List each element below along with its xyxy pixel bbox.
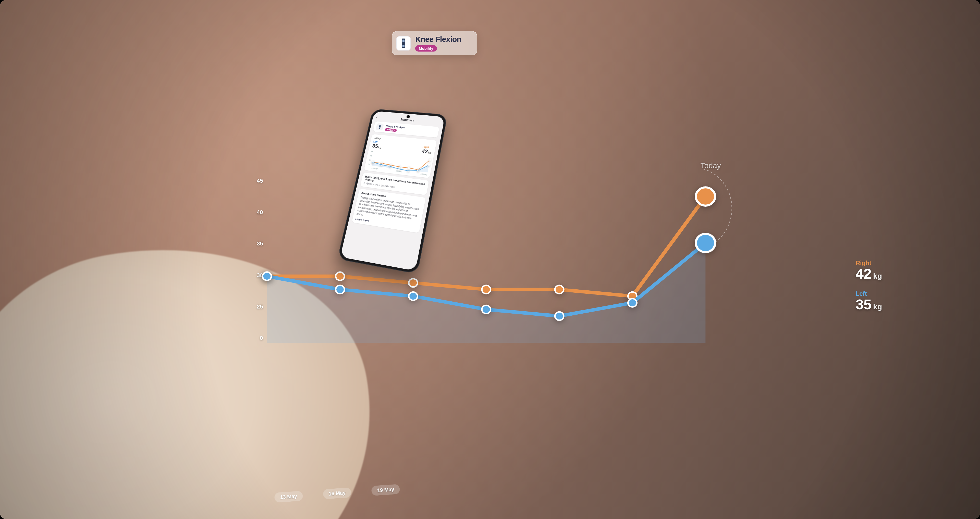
mini-x-date: 19 May xyxy=(420,173,427,176)
today-block: Today Left 35kg Right 42kg 45 xyxy=(364,134,437,178)
svg-point-32 xyxy=(417,170,419,171)
mini-y-tick: 40 xyxy=(370,154,372,157)
today-left-unit: kg xyxy=(378,146,382,149)
today-left: Left 35kg xyxy=(372,140,383,150)
svg-point-28 xyxy=(381,164,382,166)
svg-point-22 xyxy=(390,164,391,166)
svg-point-12 xyxy=(409,292,417,300)
exercise-title: Knee Flexion xyxy=(415,35,461,44)
readout-left-unit: kg xyxy=(873,302,882,311)
overlay-y-axis: 45 40 35 30 25 0 xyxy=(253,177,263,343)
svg-point-14 xyxy=(555,312,564,320)
svg-point-24 xyxy=(408,167,410,169)
exercise-title-card: Knee Flexion Mobility xyxy=(392,31,477,56)
about-card: About Knee Flexion Testing knee extensio… xyxy=(352,189,426,233)
y-tick: 0 xyxy=(253,335,263,341)
svg-point-15 xyxy=(628,299,637,307)
y-tick: 30 xyxy=(253,272,263,279)
category-badge: Mobility xyxy=(415,45,437,51)
svg-point-30 xyxy=(399,168,400,170)
x-date: 16 May xyxy=(323,487,352,499)
overlay-plot-svg xyxy=(267,177,705,343)
y-tick: 25 xyxy=(253,303,263,310)
svg-point-23 xyxy=(399,166,401,168)
y-tick: 40 xyxy=(253,209,263,216)
svg-rect-2 xyxy=(402,45,404,47)
mini-card-badge: Mobility xyxy=(385,128,397,132)
mini-y-tick: 45 xyxy=(371,151,373,153)
overlay-readouts: Right 42kg Left 35kg xyxy=(856,260,882,312)
svg-rect-1 xyxy=(402,40,404,42)
x-date: 13 May xyxy=(274,491,303,503)
svg-point-4 xyxy=(336,272,345,280)
mini-y-tick: 30 xyxy=(368,163,371,166)
readout-left-value: 35 xyxy=(856,296,872,312)
svg-point-11 xyxy=(336,285,345,294)
y-tick: 45 xyxy=(253,178,263,184)
back-icon[interactable]: ‹ xyxy=(376,115,378,119)
x-date: 19 May xyxy=(371,484,400,496)
sensor-device-icon xyxy=(375,123,384,131)
readout-right: Right 42kg xyxy=(856,260,882,281)
sensor-device-icon xyxy=(396,36,410,51)
mini-y-tick: 35 xyxy=(369,159,372,161)
svg-point-21 xyxy=(381,162,383,164)
hero-stage: Knee Flexion Mobility 45 40 35 30 25 0 T… xyxy=(0,0,980,519)
mini-line-chart: 45 40 35 30 13 May 16 May 19 May xyxy=(367,151,431,176)
today-right: Right 42kg xyxy=(422,145,433,155)
svg-point-16 xyxy=(696,234,715,252)
svg-point-33 xyxy=(428,164,430,166)
svg-point-9 xyxy=(696,187,715,206)
overlay-line-chart: 45 40 35 30 25 0 Today xyxy=(255,177,705,343)
svg-point-7 xyxy=(555,285,564,294)
svg-point-29 xyxy=(390,166,391,167)
readout-left: Left 35kg xyxy=(856,290,882,312)
svg-point-27 xyxy=(372,161,374,163)
mini-x-date: 16 May xyxy=(396,170,402,172)
readout-right-unit: kg xyxy=(873,272,882,280)
svg-point-10 xyxy=(262,272,271,280)
readout-right-value: 42 xyxy=(856,266,872,282)
y-tick: 35 xyxy=(253,240,263,247)
learn-more-link[interactable]: Learn more xyxy=(355,217,369,222)
svg-point-13 xyxy=(482,305,490,314)
today-right-unit: kg xyxy=(428,151,432,154)
svg-point-6 xyxy=(482,285,490,294)
svg-point-26 xyxy=(429,159,431,161)
today-right-value: 42 xyxy=(422,148,428,154)
mini-x-date: 13 May xyxy=(371,167,378,170)
svg-point-5 xyxy=(409,279,417,287)
